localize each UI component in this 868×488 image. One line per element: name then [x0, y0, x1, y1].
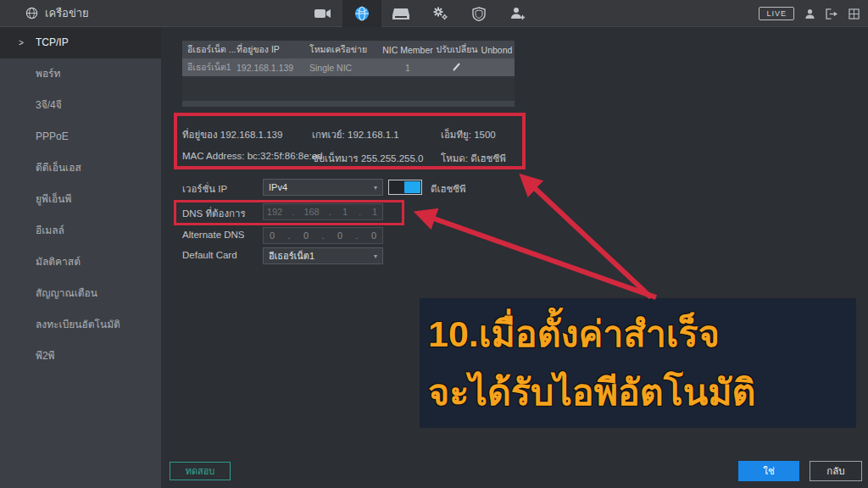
tutorial-note: 10.เมื่อตั้งค่าสำเร็จ จะได้รับไอพีอัตโนม…: [420, 298, 856, 428]
info-mode: โหมด: ดีเฮชซีพี: [441, 151, 506, 166]
col-modify: ปรับเปลี่ยน: [435, 42, 479, 57]
sidebar-item-ddns[interactable]: ดีดีเอ็นเอส: [0, 152, 161, 184]
camera-icon: [314, 8, 331, 19]
hard-drive-icon: [392, 8, 409, 20]
col-unbond: Unbond: [479, 45, 515, 55]
nav-security-button[interactable]: [459, 0, 498, 27]
dns-octet-3: 1: [341, 207, 349, 217]
default-card-select[interactable]: อีเธอร์เน็ต1 ▾: [263, 247, 383, 264]
sidebar-item-alarm[interactable]: สัญญาณเตือน: [0, 278, 161, 309]
fullscreen-grid-icon[interactable]: [849, 8, 860, 19]
network-icon: [354, 6, 370, 21]
col-ethernet: อีเธอร์เน็ต ...: [182, 42, 236, 57]
nav-storage-button[interactable]: [381, 0, 420, 27]
nvr-network-settings-screen: เครือข่าย: [0, 0, 868, 488]
info-ip: ที่อยู่ของ 192.168.1.139: [182, 127, 282, 142]
dhcp-toggle[interactable]: [388, 180, 422, 195]
sidebar-item-pppoe[interactable]: PPPoE: [0, 121, 161, 152]
ip-version-label: เวอร์ชั่น IP: [182, 181, 227, 197]
alternate-dns-label: Alternate DNS: [182, 230, 245, 240]
info-mac: MAC Address: bc:32:5f:86:8e:ed: [182, 151, 323, 161]
nav-network-button[interactable]: [342, 0, 381, 27]
table-row[interactable]: อีเธอร์เน็ต1 192.168.1.139 Single NIC 1: [182, 58, 515, 76]
table-scroll-strip: [182, 101, 515, 107]
topbar-right: LIVE: [759, 0, 860, 27]
info-subnet: ซับเน็ทมาร 255.255.255.0: [312, 151, 423, 166]
alt-dns-octet-4: 0: [370, 230, 378, 241]
nav-camera-button[interactable]: [303, 0, 342, 27]
sidebar-item-port[interactable]: พอร์ท: [0, 58, 161, 90]
dhcp-label: ดีเฮชซีพี: [431, 181, 466, 197]
main-nav: [303, 0, 537, 27]
sidebar: >TCP/IP พอร์ท 3จี/4จี PPPoE ดีดีเอ็นเอส …: [0, 27, 161, 488]
tutorial-note-line2: จะได้รับไอพีอัตโนมัติ: [428, 363, 848, 421]
sidebar-item-multicast[interactable]: มัลติคาสต์: [0, 247, 161, 278]
nav-system-button[interactable]: [420, 0, 459, 27]
cell-ip: 192.168.1.139: [236, 63, 309, 73]
chevron-right-icon: >: [19, 27, 24, 58]
apply-button[interactable]: ใช่: [738, 461, 799, 481]
sidebar-item-3g4g[interactable]: 3จี/4จี: [0, 90, 161, 121]
preferred-dns-label: DNS ที่ต้องการ: [182, 206, 246, 221]
alternate-dns-input[interactable]: 0. 0. 0. 0: [263, 227, 383, 244]
sidebar-item-email[interactable]: อีเมลล์: [0, 215, 161, 247]
sidebar-item-tcpip[interactable]: >TCP/IP: [0, 27, 161, 58]
network-globe-icon: [25, 7, 38, 19]
nic-table: อีเธอร์เน็ต ... ที่อยู่ของ IP โหมดเครือข…: [182, 41, 515, 107]
logout-icon[interactable]: [826, 8, 838, 19]
nic-table-header: อีเธอร์เน็ต ... ที่อยู่ของ IP โหมดเครือข…: [182, 41, 515, 58]
shield-icon: [472, 7, 486, 21]
page-title: เครือข่าย: [0, 4, 89, 22]
user-icon[interactable]: [804, 8, 815, 19]
back-button[interactable]: กลับ: [810, 461, 862, 481]
sidebar-item-auto-register[interactable]: ลงทะเบียนอัตโนมัติ: [0, 309, 161, 341]
sidebar-item-p2p[interactable]: พี2พี: [0, 341, 161, 372]
cell-nic-member: 1: [381, 63, 435, 73]
toggle-knob: [404, 181, 420, 193]
alt-dns-octet-1: 0: [268, 230, 276, 241]
user-settings-icon: [510, 7, 526, 20]
info-mtu: เอ็มทียู: 1500: [441, 127, 496, 142]
nav-account-button[interactable]: [498, 0, 537, 27]
chevron-down-icon: ▾: [374, 184, 377, 191]
sidebar-item-upnp[interactable]: ยูพีเอ็นพี: [0, 184, 161, 215]
alt-dns-octet-2: 0: [302, 230, 310, 241]
cell-mode: Single NIC: [309, 63, 381, 73]
test-button[interactable]: ทดสอบ: [170, 462, 231, 480]
table-empty-rows: [182, 76, 515, 101]
ip-version-select[interactable]: IPv4 ▾: [263, 179, 383, 196]
live-button[interactable]: LIVE: [759, 7, 794, 20]
preferred-dns-input[interactable]: 192. 168. 1. 1: [263, 203, 383, 220]
page-title-label: เครือข่าย: [45, 4, 89, 22]
chevron-down-icon: ▾: [374, 252, 377, 260]
alt-dns-octet-3: 0: [336, 230, 344, 241]
ip-version-value: IPv4: [269, 182, 287, 192]
dns-octet-2: 168: [303, 207, 319, 217]
gears-icon: [431, 6, 448, 21]
tutorial-note-line1: 10.เมื่อตั้งค่าสำเร็จ: [428, 305, 848, 363]
edit-pencil-icon[interactable]: [435, 62, 479, 74]
col-network-mode: โหมดเครือข่าย: [309, 42, 381, 57]
dns-octet-1: 192: [267, 207, 282, 217]
col-nic-member: NIC Member: [381, 45, 435, 55]
col-ip-address: ที่อยู่ของ IP: [236, 42, 309, 57]
default-card-value: อีเธอร์เน็ต1: [269, 248, 314, 263]
cell-ethernet-name: อีเธอร์เน็ต1: [182, 60, 236, 75]
default-card-label: Default Card: [182, 250, 237, 260]
info-gateway: เกทเวย์: 192.168.1.1: [312, 127, 399, 142]
dns-octet-4: 1: [370, 207, 379, 217]
topbar: เครือข่าย: [0, 0, 868, 27]
